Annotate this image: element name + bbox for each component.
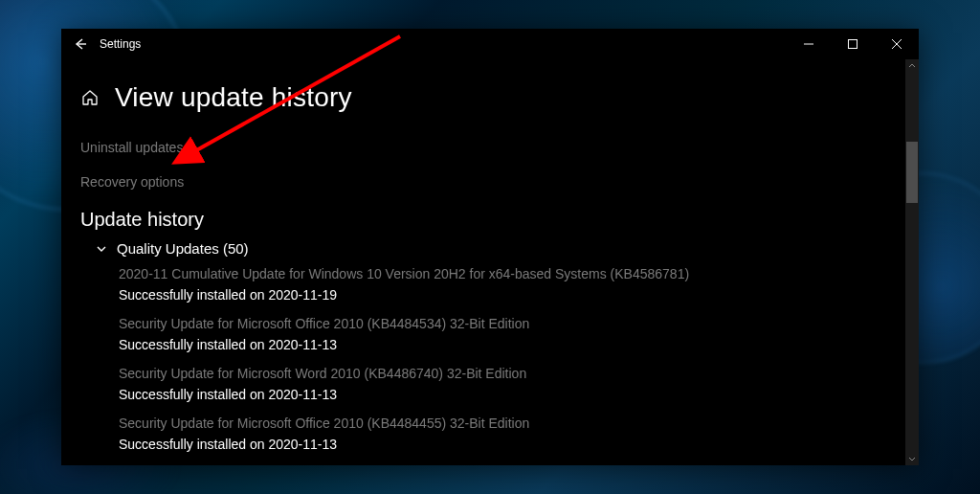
close-icon: [892, 39, 902, 49]
chevron-up-icon: [908, 62, 916, 70]
update-list: 2020-11 Cumulative Update for Windows 10…: [119, 266, 886, 452]
section-update-history: Update history: [80, 209, 886, 231]
chevron-down-icon: [908, 455, 916, 462]
chevron-down-icon: [94, 241, 109, 257]
scrollbar-up-button[interactable]: [905, 59, 919, 73]
uninstall-updates-link[interactable]: Uninstall updates: [80, 140, 886, 155]
page-header: View update history: [80, 82, 886, 113]
update-title-link[interactable]: Security Update for Microsoft Office 201…: [119, 415, 886, 431]
close-button[interactable]: [875, 29, 919, 59]
recovery-options-link[interactable]: Recovery options: [80, 174, 886, 190]
update-entry: Security Update for Microsoft Office 201…: [119, 415, 886, 452]
scroll-region: View update history Uninstall updates Re…: [61, 59, 905, 465]
update-status: Successfully installed on 2020-11-13: [119, 387, 886, 402]
back-button[interactable]: [61, 29, 100, 59]
maximize-icon: [848, 39, 858, 49]
svg-rect-1: [849, 40, 858, 49]
update-entry: Security Update for Microsoft Word 2010 …: [119, 366, 886, 402]
scrollbar-down-button[interactable]: [905, 452, 919, 465]
minimize-icon: [804, 39, 813, 49]
page-title: View update history: [115, 82, 352, 113]
window-controls: [787, 29, 919, 59]
settings-window: Settings: [61, 29, 919, 465]
home-icon: [81, 89, 99, 106]
update-status: Successfully installed on 2020-11-13: [119, 337, 886, 352]
update-entry: 2020-11 Cumulative Update for Windows 10…: [119, 266, 886, 303]
scrollbar-thumb[interactable]: [906, 142, 918, 203]
quality-updates-label: Quality Updates (50): [117, 240, 249, 257]
update-entry: Security Update for Microsoft Office 201…: [119, 316, 886, 352]
home-button[interactable]: [80, 88, 100, 107]
content-area: View update history Uninstall updates Re…: [61, 59, 919, 465]
minimize-button[interactable]: [787, 29, 831, 59]
update-status: Successfully installed on 2020-11-19: [119, 287, 886, 303]
update-title-link[interactable]: Security Update for Microsoft Office 201…: [119, 316, 886, 331]
update-status: Successfully installed on 2020-11-13: [119, 437, 886, 452]
titlebar: Settings: [61, 29, 919, 59]
scrollbar-track[interactable]: [905, 59, 919, 465]
back-arrow-icon: [74, 37, 87, 51]
app-title: Settings: [100, 37, 141, 51]
quality-updates-toggle[interactable]: Quality Updates (50): [94, 240, 886, 257]
update-title-link[interactable]: Security Update for Microsoft Word 2010 …: [119, 366, 886, 381]
update-title-link[interactable]: 2020-11 Cumulative Update for Windows 10…: [119, 266, 886, 281]
maximize-button[interactable]: [831, 29, 875, 59]
